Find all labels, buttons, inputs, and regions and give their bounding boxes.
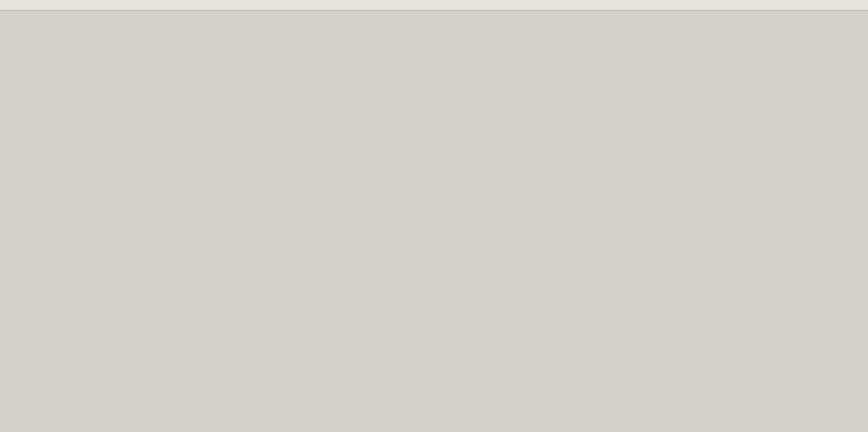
toolbar xyxy=(0,0,868,10)
chart-window xyxy=(0,0,868,432)
